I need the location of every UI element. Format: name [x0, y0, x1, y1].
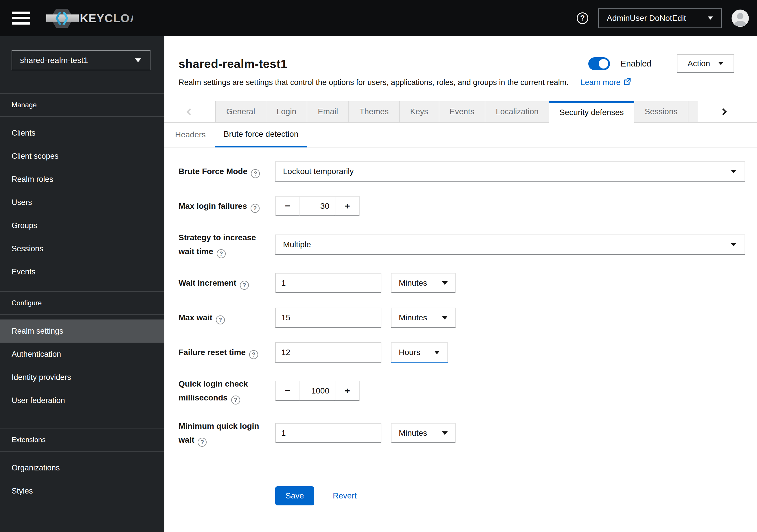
sidebar-item-realm-settings[interactable]: Realm settings: [0, 320, 165, 343]
help-icon[interactable]: [577, 13, 588, 24]
max-login-failures-input[interactable]: [300, 196, 335, 216]
failure-reset-time-input[interactable]: [275, 342, 381, 363]
tab-email[interactable]: Email: [307, 101, 348, 122]
nav-section-extensions: ExtensionsOrganizationsStyles: [0, 428, 165, 502]
sidebar-item-organizations[interactable]: Organizations: [0, 456, 165, 479]
external-link-icon: [623, 78, 631, 86]
field-label: Failure reset time: [179, 346, 275, 359]
max-wait-unit-select[interactable]: Minutes: [391, 308, 456, 328]
nav-section-configure: ConfigureRealm settingsAuthenticationIde…: [0, 291, 165, 412]
tabs-scroll-left-button[interactable]: [165, 101, 215, 122]
sidebar-item-identity-providers[interactable]: Identity providers: [0, 366, 165, 389]
field-label: Max login failures: [179, 199, 275, 213]
revert-button[interactable]: Revert: [333, 491, 356, 500]
realm-selector-dropdown[interactable]: shared-realm-test1: [12, 50, 150, 70]
chevron-down-icon: [708, 16, 713, 20]
minus-button[interactable]: [275, 381, 300, 401]
form-row-brute-force-mode: Brute Force ModeLockout temporarily: [179, 161, 757, 182]
enabled-toggle[interactable]: [588, 57, 610, 70]
tab-themes[interactable]: Themes: [348, 101, 399, 122]
sidebar-item-clients[interactable]: Clients: [0, 122, 165, 145]
strategy-to-increase-wait-time-select[interactable]: Multiple: [275, 235, 745, 255]
sidebar-item-groups[interactable]: Groups: [0, 214, 165, 237]
help-icon[interactable]: [251, 204, 259, 213]
user-avatar-icon: [732, 10, 749, 27]
tab-localization[interactable]: Localization: [485, 101, 549, 122]
form-row-minimum-quick-login-wait: Minimum quick login waitMinutes: [179, 419, 757, 447]
form-row-strategy-to-increase-wait-time: Strategy to increase wait timeMultiple: [179, 231, 757, 259]
chevron-down-icon: [442, 316, 448, 320]
sidebar-item-authentication[interactable]: Authentication: [0, 343, 165, 366]
tabs-scroll-right-button[interactable]: [698, 101, 757, 122]
nav-toggle-button[interactable]: [10, 10, 32, 26]
sidebar-item-client-scopes[interactable]: Client scopes: [0, 145, 165, 168]
masthead: KEYCLOAK AdminUser DoNotEdit: [0, 0, 757, 36]
chevron-down-icon: [731, 170, 737, 173]
tab-security-defenses[interactable]: Security defenses: [549, 101, 634, 123]
wait-increment-input[interactable]: [275, 273, 381, 293]
quick-login-check-milliseconds-stepper: [275, 381, 360, 401]
hamburger-icon: [12, 12, 30, 14]
tab-general[interactable]: General: [215, 101, 266, 122]
help-icon[interactable]: [197, 438, 207, 447]
form-row-max-login-failures: Max login failures: [179, 196, 757, 216]
nav-section-title: Configure: [0, 292, 165, 314]
wait-increment-unit-select[interactable]: Minutes: [391, 273, 456, 293]
sidebar-item-events[interactable]: Events: [0, 260, 165, 283]
failure-reset-time-unit-select[interactable]: Hours: [391, 342, 448, 363]
brute-force-form: Brute Force ModeLockout temporarilyMax l…: [165, 148, 757, 447]
form-row-quick-login-check-milliseconds: Quick login check milliseconds: [179, 377, 757, 405]
sidebar-item-users[interactable]: Users: [0, 191, 165, 214]
learn-more-link[interactable]: Learn more: [581, 78, 631, 87]
main-content: shared-realm-test1 Realm settings are se…: [165, 36, 757, 532]
max-wait-input[interactable]: [275, 308, 381, 328]
svg-text:KEYCLOAK: KEYCLOAK: [80, 12, 133, 25]
chevron-down-icon: [731, 243, 737, 246]
field-label: Minimum quick login wait: [179, 419, 275, 447]
chevron-right-icon: [720, 108, 727, 115]
tab-login[interactable]: Login: [266, 101, 307, 122]
sidebar-item-realm-roles[interactable]: Realm roles: [0, 168, 165, 191]
user-menu-dropdown[interactable]: AdminUser DoNotEdit: [598, 8, 722, 28]
minimum-quick-login-wait-input[interactable]: [275, 423, 381, 443]
user-name: AdminUser DoNotEdit: [607, 14, 686, 23]
sidebar-item-styles[interactable]: Styles: [0, 479, 165, 502]
help-icon[interactable]: [231, 396, 240, 405]
plus-button[interactable]: [335, 196, 360, 216]
help-icon[interactable]: [249, 350, 258, 359]
form-row-failure-reset-time: Failure reset timeHours: [179, 342, 757, 363]
help-icon[interactable]: [251, 169, 260, 178]
action-dropdown-button[interactable]: Action: [677, 54, 734, 73]
field-label: Wait increment: [179, 276, 275, 290]
main-tabs: GeneralLoginEmailThemesKeysEventsLocaliz…: [165, 101, 757, 123]
chevron-left-icon: [186, 108, 193, 115]
sub-tabs: HeadersBrute force detection: [165, 123, 757, 148]
tab-events[interactable]: Events: [439, 101, 485, 122]
chevron-down-icon: [135, 58, 141, 62]
help-icon[interactable]: [240, 281, 249, 290]
help-icon[interactable]: [216, 316, 225, 324]
page-description: Realm settings are settings that control…: [179, 78, 569, 87]
sidebar-item-sessions[interactable]: Sessions: [0, 237, 165, 260]
sidebar: shared-realm-test1 ManageClientsClient s…: [0, 36, 165, 532]
tab-keys[interactable]: Keys: [399, 101, 439, 122]
quick-login-check-milliseconds-input[interactable]: [300, 381, 335, 401]
form-row-max-wait: Max waitMinutes: [179, 308, 757, 328]
plus-button[interactable]: [335, 381, 360, 401]
sidebar-nav: ManageClientsClient scopesRealm rolesUse…: [0, 93, 165, 502]
brute-force-mode-select[interactable]: Lockout temporarily: [275, 161, 745, 182]
field-label: Quick login check milliseconds: [179, 377, 275, 405]
avatar[interactable]: [732, 10, 749, 27]
chevron-down-icon: [442, 432, 448, 435]
subtab-brute-force-detection[interactable]: Brute force detection: [215, 123, 307, 148]
help-icon[interactable]: [217, 249, 226, 258]
minimum-quick-login-wait-unit-select[interactable]: Minutes: [391, 423, 456, 443]
save-button[interactable]: Save: [275, 486, 314, 505]
chevron-down-icon: [718, 62, 723, 65]
tab-sessions[interactable]: Sessions: [634, 101, 688, 122]
field-label: Strategy to increase wait time: [179, 231, 275, 259]
sidebar-item-user-federation[interactable]: User federation: [0, 389, 165, 412]
subtab-headers[interactable]: Headers: [166, 123, 215, 147]
minus-button[interactable]: [275, 196, 300, 216]
tab-overflow-stub: [688, 101, 698, 122]
